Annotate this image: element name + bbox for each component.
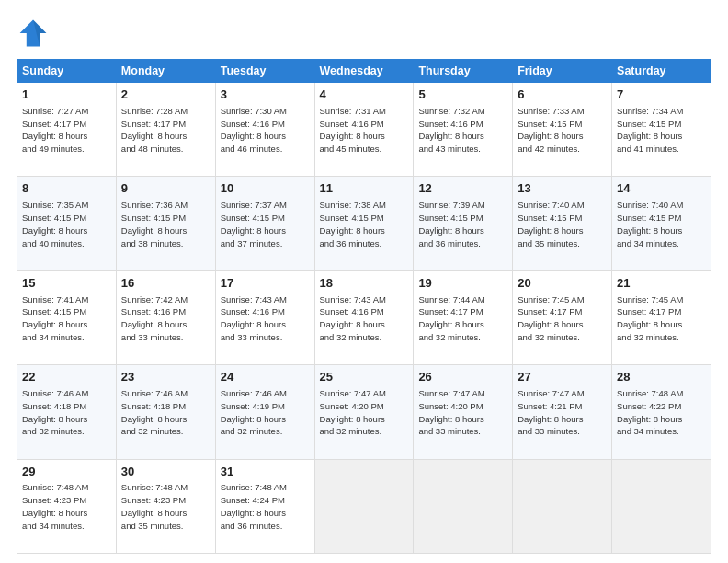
- day-detail: and 41 minutes.: [617, 143, 706, 155]
- day-detail: Sunset: 4:20 PM: [418, 400, 507, 413]
- day-number: 16: [121, 275, 210, 293]
- day-detail: Sunrise: 7:31 AM: [320, 105, 409, 118]
- day-detail: Sunset: 4:20 PM: [320, 400, 409, 413]
- day-detail: Sunset: 4:16 PM: [121, 305, 210, 318]
- day-cell: 22Sunrise: 7:46 AMSunset: 4:18 PMDayligh…: [17, 365, 117, 459]
- day-detail: and 34 minutes.: [22, 331, 111, 344]
- day-cell: 28Sunrise: 7:48 AMSunset: 4:22 PMDayligh…: [612, 365, 711, 459]
- day-detail: Sunset: 4:19 PM: [221, 400, 310, 413]
- header-cell-wednesday: Wednesday: [314, 60, 414, 83]
- day-cell: 20Sunrise: 7:45 AMSunset: 4:17 PMDayligh…: [513, 270, 612, 364]
- day-detail: Sunrise: 7:48 AM: [221, 481, 310, 494]
- day-cell: [612, 459, 711, 553]
- day-cell: 24Sunrise: 7:46 AMSunset: 4:19 PMDayligh…: [215, 365, 314, 459]
- day-detail: and 32 minutes.: [320, 331, 409, 344]
- day-number: 7: [617, 86, 706, 104]
- day-cell: 18Sunrise: 7:43 AMSunset: 4:16 PMDayligh…: [314, 270, 414, 364]
- day-detail: and 35 minutes.: [121, 520, 210, 533]
- day-detail: Sunset: 4:24 PM: [221, 494, 310, 507]
- day-cell: 3Sunrise: 7:30 AMSunset: 4:16 PMDaylight…: [215, 83, 314, 177]
- day-detail: and 32 minutes.: [418, 331, 507, 344]
- day-detail: Sunset: 4:17 PM: [121, 118, 210, 131]
- day-cell: 1Sunrise: 7:27 AMSunset: 4:17 PMDaylight…: [17, 83, 117, 177]
- day-cell: [314, 459, 414, 553]
- day-cell: 7Sunrise: 7:34 AMSunset: 4:15 PMDaylight…: [612, 83, 711, 177]
- day-detail: and 33 minutes.: [518, 425, 607, 438]
- day-number: 6: [518, 86, 607, 104]
- day-detail: Daylight: 8 hours: [22, 413, 111, 426]
- day-detail: Sunrise: 7:43 AM: [221, 293, 310, 306]
- day-detail: and 43 minutes.: [418, 143, 507, 155]
- day-detail: Daylight: 8 hours: [320, 224, 409, 237]
- day-detail: Sunset: 4:16 PM: [221, 118, 310, 131]
- day-number: 23: [121, 369, 210, 386]
- day-detail: Sunrise: 7:47 AM: [518, 387, 607, 400]
- day-number: 20: [518, 275, 607, 293]
- day-number: 27: [518, 369, 607, 386]
- day-number: 8: [22, 180, 111, 198]
- day-detail: Daylight: 8 hours: [221, 507, 310, 520]
- day-detail: Daylight: 8 hours: [22, 318, 111, 331]
- day-number: 14: [617, 180, 706, 198]
- day-cell: 15Sunrise: 7:41 AMSunset: 4:15 PMDayligh…: [17, 270, 117, 364]
- week-row-3: 22Sunrise: 7:46 AMSunset: 4:18 PMDayligh…: [17, 365, 711, 459]
- day-cell: [513, 459, 612, 553]
- day-cell: 9Sunrise: 7:36 AMSunset: 4:15 PMDaylight…: [116, 177, 215, 270]
- day-detail: Sunrise: 7:34 AM: [617, 105, 706, 118]
- day-detail: Sunrise: 7:40 AM: [617, 199, 706, 212]
- day-detail: and 36 minutes.: [418, 237, 507, 250]
- day-detail: and 37 minutes.: [221, 237, 310, 250]
- header-row: SundayMondayTuesdayWednesdayThursdayFrid…: [17, 60, 711, 83]
- day-detail: Sunset: 4:18 PM: [22, 400, 111, 413]
- day-cell: 16Sunrise: 7:42 AMSunset: 4:16 PMDayligh…: [116, 270, 215, 364]
- day-detail: Daylight: 8 hours: [22, 507, 111, 520]
- day-number: 31: [221, 464, 310, 481]
- day-detail: Sunset: 4:15 PM: [418, 212, 507, 224]
- day-detail: Sunrise: 7:47 AM: [418, 387, 507, 400]
- day-detail: Daylight: 8 hours: [320, 413, 409, 426]
- day-detail: Sunrise: 7:39 AM: [418, 199, 507, 212]
- day-detail: Sunrise: 7:37 AM: [221, 199, 310, 212]
- day-detail: Daylight: 8 hours: [221, 224, 310, 237]
- logo-icon: [17, 17, 50, 50]
- header: [17, 17, 711, 50]
- day-detail: Daylight: 8 hours: [518, 224, 607, 237]
- day-detail: and 34 minutes.: [617, 425, 706, 438]
- day-detail: Daylight: 8 hours: [221, 318, 310, 331]
- day-detail: Sunrise: 7:41 AM: [22, 293, 111, 306]
- day-detail: Sunset: 4:18 PM: [121, 400, 210, 413]
- day-detail: Sunset: 4:17 PM: [22, 118, 111, 131]
- day-cell: 14Sunrise: 7:40 AMSunset: 4:15 PMDayligh…: [612, 177, 711, 270]
- day-cell: 12Sunrise: 7:39 AMSunset: 4:15 PMDayligh…: [414, 177, 513, 270]
- day-detail: Daylight: 8 hours: [418, 224, 507, 237]
- day-detail: Sunset: 4:23 PM: [22, 494, 111, 507]
- day-detail: Daylight: 8 hours: [518, 130, 607, 143]
- day-detail: Daylight: 8 hours: [617, 224, 706, 237]
- day-detail: Sunrise: 7:38 AM: [320, 199, 409, 212]
- header-cell-thursday: Thursday: [414, 60, 513, 83]
- day-detail: Sunrise: 7:28 AM: [121, 105, 210, 118]
- day-detail: Sunset: 4:16 PM: [418, 118, 507, 131]
- day-detail: Sunrise: 7:33 AM: [518, 105, 607, 118]
- day-detail: and 33 minutes.: [418, 425, 507, 438]
- day-number: 30: [121, 464, 210, 481]
- day-detail: Daylight: 8 hours: [121, 318, 210, 331]
- day-cell: 4Sunrise: 7:31 AMSunset: 4:16 PMDaylight…: [314, 83, 414, 177]
- day-detail: Sunset: 4:15 PM: [518, 212, 607, 224]
- calendar-body: 1Sunrise: 7:27 AMSunset: 4:17 PMDaylight…: [17, 83, 711, 554]
- day-detail: Sunset: 4:16 PM: [320, 305, 409, 318]
- day-detail: Sunrise: 7:36 AM: [121, 199, 210, 212]
- day-detail: Daylight: 8 hours: [617, 130, 706, 143]
- day-number: 15: [22, 275, 111, 293]
- day-number: 17: [221, 275, 310, 293]
- day-number: 5: [418, 86, 507, 104]
- day-detail: Sunset: 4:21 PM: [518, 400, 607, 413]
- day-detail: Sunset: 4:15 PM: [617, 212, 706, 224]
- day-number: 13: [518, 180, 607, 198]
- day-detail: and 36 minutes.: [320, 237, 409, 250]
- day-number: 24: [221, 369, 310, 386]
- day-number: 2: [121, 86, 210, 104]
- day-detail: Sunrise: 7:35 AM: [22, 199, 111, 212]
- day-detail: Sunrise: 7:45 AM: [518, 293, 607, 306]
- day-detail: and 32 minutes.: [320, 425, 409, 438]
